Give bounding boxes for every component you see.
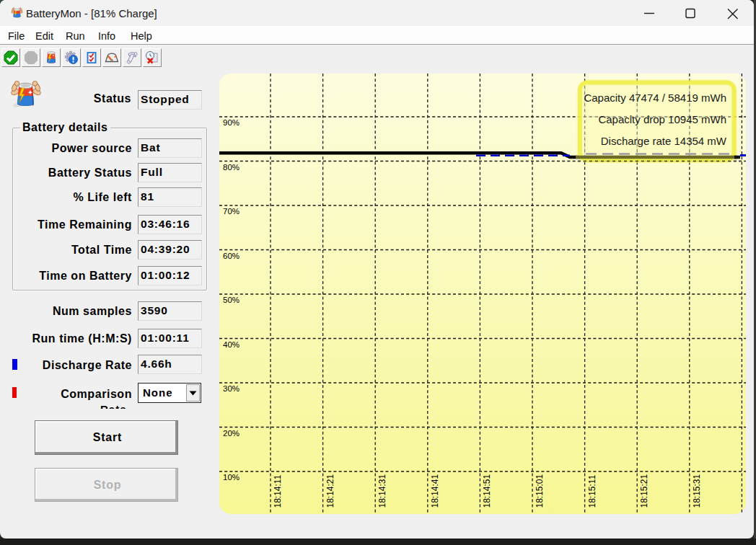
svg-text:40%: 40% — [223, 340, 239, 349]
svg-text:18:15:11: 18:15:11 — [587, 474, 597, 508]
svg-text:30%: 30% — [223, 384, 239, 393]
svg-text:18:14:41: 18:14:41 — [430, 474, 440, 508]
svg-text:Capacity drop 10945 mWh: Capacity drop 10945 mWh — [598, 113, 726, 125]
svg-text:18:14:21: 18:14:21 — [325, 474, 335, 508]
svg-text:18:15:21: 18:15:21 — [639, 474, 649, 508]
svg-text:60%: 60% — [223, 252, 239, 260]
svg-text:80%: 80% — [223, 163, 239, 172]
svg-text:18:14:11: 18:14:11 — [273, 474, 283, 508]
svg-text:18:14:31: 18:14:31 — [377, 474, 387, 508]
svg-text:Discharge rate 14354 mW: Discharge rate 14354 mW — [601, 135, 727, 147]
svg-text:50%: 50% — [223, 296, 239, 304]
svg-text:20%: 20% — [223, 429, 239, 438]
svg-text:90%: 90% — [223, 118, 239, 127]
svg-text:Capacity 47474 / 58419 mWh: Capacity 47474 / 58419 mWh — [584, 92, 726, 104]
svg-text:18:15:31: 18:15:31 — [692, 474, 702, 508]
svg-text:18:15:01: 18:15:01 — [535, 474, 545, 508]
svg-text:18:14:51: 18:14:51 — [482, 474, 492, 508]
svg-text:70%: 70% — [223, 207, 239, 216]
svg-text:10%: 10% — [223, 473, 239, 482]
